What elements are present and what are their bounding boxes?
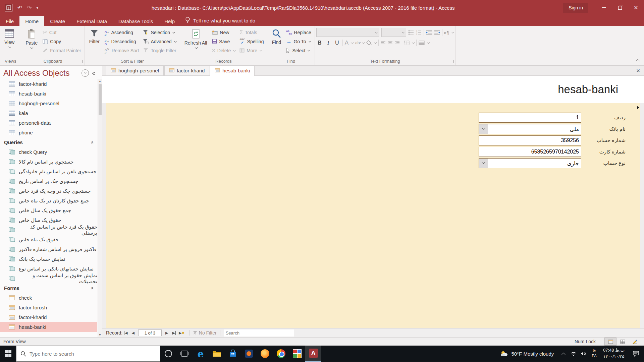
fill-color-icon[interactable]	[366, 40, 372, 45]
advanced-filter-button[interactable]: Advanced	[141, 37, 178, 46]
cortana-icon[interactable]	[160, 346, 176, 362]
numbering-icon[interactable]: 123	[416, 30, 422, 35]
undo-icon[interactable]: ↶	[17, 4, 22, 11]
filter-button[interactable]: Filter	[86, 27, 103, 45]
alternate-row-color-icon[interactable]	[419, 41, 425, 45]
language-indicator[interactable]: فاFA	[589, 348, 600, 359]
toggle-filter-button[interactable]: Toggle Filter	[141, 46, 178, 55]
close-document-icon[interactable]: ×	[636, 67, 640, 74]
file-explorer-icon[interactable]	[209, 346, 225, 362]
access-app-icon[interactable]	[5, 4, 13, 12]
volume-muted-icon[interactable]	[579, 351, 589, 356]
photos-icon[interactable]	[289, 346, 305, 362]
new-blank-record-icon[interactable]: ▶✱	[177, 331, 186, 335]
datasheet-view-button[interactable]	[616, 338, 629, 346]
bold-button[interactable]: B	[316, 40, 323, 46]
cut-button[interactable]: ✂Cut	[41, 28, 83, 37]
record-position-box[interactable]: 1 of 3	[138, 329, 162, 336]
increase-indent-icon[interactable]	[434, 30, 440, 35]
weather-widget[interactable]: 50°F Mostly cloudy	[495, 351, 558, 357]
nav-scrollbar[interactable]: ▲ ▼	[98, 79, 102, 337]
highlight-color-icon[interactable]: ab̷	[355, 41, 360, 45]
refresh-all-button[interactable]: Refresh All	[181, 27, 210, 50]
redo-icon[interactable]: ↷	[27, 4, 32, 11]
paste-button[interactable]: Paste	[22, 27, 41, 50]
remove-sort-button[interactable]: AZ× Remove Sort	[103, 46, 141, 55]
nav-table-item[interactable]: phone	[0, 128, 97, 137]
doc-tab-factor-kharid[interactable]: factor-kharid	[164, 66, 209, 75]
nav-form-item[interactable]: check	[0, 293, 97, 303]
tab-file[interactable]: File	[0, 16, 19, 26]
italic-button[interactable]: I	[325, 40, 332, 46]
nav-section-queries[interactable]: Queries«	[0, 137, 97, 147]
nav-form-item[interactable]: factor-forosh	[0, 303, 97, 312]
action-center-icon[interactable]	[628, 351, 644, 357]
tab-database-tools[interactable]: Database Tools	[113, 16, 159, 26]
nav-query-item[interactable]: جستجوی چک بر اساس تاریخ	[0, 176, 97, 186]
design-view-button[interactable]	[629, 338, 641, 346]
nav-query-item[interactable]: جستجوی تلفن بر اساس نام خانوادگی	[0, 167, 97, 176]
form-view-button[interactable]	[604, 338, 616, 346]
previous-record-icon[interactable]: ◀	[130, 331, 136, 335]
nav-table-item[interactable]: hesab-banki	[0, 89, 97, 99]
close-button[interactable]: ×	[628, 0, 644, 15]
firefox-icon[interactable]	[257, 346, 273, 362]
descending-button[interactable]: ZA↓ Descending	[103, 37, 141, 46]
shutter-close-icon[interactable]: «	[92, 69, 95, 77]
view-button[interactable]: View	[1, 27, 17, 49]
tab-home[interactable]: Home	[19, 16, 44, 26]
nav-table-item[interactable]: factor-kharid	[0, 79, 97, 89]
taskbar-search-box[interactable]	[16, 346, 160, 362]
ascending-button[interactable]: AZ↓ Ascending	[103, 28, 141, 37]
sign-in-button[interactable]: Sign in	[563, 3, 588, 13]
chrome-icon[interactable]	[273, 346, 289, 362]
record-search-input[interactable]	[224, 329, 294, 337]
nav-query-item[interactable]: فاکتور فروش بر اساس شماره فاکتور	[0, 244, 97, 254]
taskbar-search-input[interactable]	[30, 351, 156, 357]
nav-pane-menu-icon[interactable]	[82, 69, 89, 77]
nav-table-item[interactable]: hoghogh-personel	[0, 99, 97, 108]
doc-tab-hoghogh-personel[interactable]: hoghogh-personel	[106, 66, 164, 75]
tell-me-box[interactable]: Tell me what you want to do	[180, 17, 260, 26]
nav-query-item[interactable]: جمع حقوق کارنان در یک ماه خاص	[0, 196, 97, 205]
format-painter-button[interactable]: Format Painter	[41, 46, 83, 55]
nav-query-item[interactable]: نمایش حقوق بر اساس سمت و تحصیلات	[0, 274, 97, 283]
no-filter-indicator[interactable]: No Filter	[193, 330, 217, 336]
tab-external-data[interactable]: External Data	[71, 16, 113, 26]
doc-tab-hesab-banki[interactable]: hesab-banki	[210, 66, 255, 76]
delete-record-button[interactable]: × Delete	[210, 46, 237, 55]
nav-form-item[interactable]: factor-kharid	[0, 312, 97, 322]
task-view-icon[interactable]	[176, 346, 193, 362]
show-hidden-icons-button[interactable]	[558, 352, 569, 355]
minimize-button[interactable]	[596, 0, 612, 15]
goto-button[interactable]: → Go To	[284, 37, 313, 46]
nav-query-item[interactable]: نمایش حساب یک بانک	[0, 254, 97, 264]
nav-query-item[interactable]: check Query	[0, 147, 97, 157]
customize-qat-icon[interactable]: ▾	[37, 6, 39, 10]
network-icon[interactable]	[569, 351, 579, 356]
save-record-button[interactable]: Save	[210, 37, 237, 46]
underline-button[interactable]: U	[334, 40, 340, 46]
text-formatting-dialog-launcher-icon[interactable]	[450, 60, 453, 63]
find-button[interactable]: Find	[269, 27, 284, 46]
pinned-app-icon-1[interactable]	[241, 346, 257, 362]
totals-button[interactable]: ΣTotals	[237, 28, 266, 37]
clipboard-dialog-launcher-icon[interactable]	[80, 60, 83, 63]
nav-form-item-selected[interactable]: hesab-banki	[0, 322, 97, 332]
selection-button[interactable]: Selection	[141, 28, 178, 37]
clock[interactable]: 07:48 ب.ظ ۱۴۰۰/۱۰/۲۵	[600, 347, 628, 360]
edge-icon[interactable]: e	[193, 346, 209, 362]
nav-query-item[interactable]: حقوق یک ماه خاص	[0, 235, 97, 244]
new-record-button[interactable]: ✱ New	[210, 28, 237, 37]
bank-name-dropdown-icon[interactable]	[479, 124, 488, 134]
last-record-icon[interactable]: ▶	[171, 331, 176, 335]
align-right-icon[interactable]	[395, 41, 400, 45]
access-taskbar-icon[interactable]: A	[305, 346, 321, 362]
account-type-dropdown-icon[interactable]	[479, 159, 488, 168]
spelling-button[interactable]: ABC✓ Spelling	[237, 37, 266, 46]
first-record-icon[interactable]: ◀	[124, 331, 129, 335]
align-left-icon[interactable]	[381, 41, 386, 45]
nav-table-item[interactable]: kala	[0, 108, 97, 118]
align-center-icon[interactable]	[388, 41, 393, 45]
font-size-combobox[interactable]	[381, 28, 406, 37]
